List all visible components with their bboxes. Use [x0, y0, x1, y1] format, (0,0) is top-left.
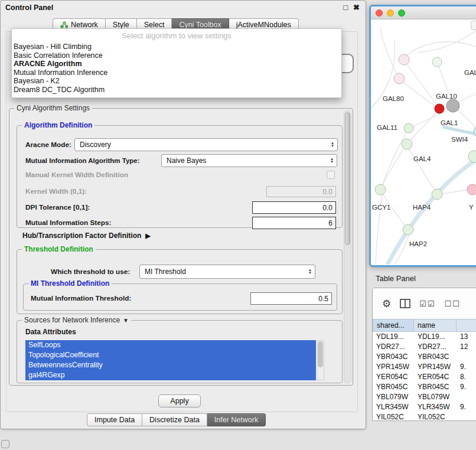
settings-scrollbar-thumb[interactable] [345, 112, 350, 245]
close-traffic-light[interactable] [376, 9, 383, 17]
network-canvas[interactable]: GAL GAL80 GAL10 GAL11 GAL1 SWI4 GAL4 GCY… [371, 19, 476, 265]
table-cell[interactable]: 9. [457, 362, 476, 372]
select-all-icon[interactable]: ☑☑ [419, 299, 435, 308]
algorithm-option-basic-correlation[interactable]: Basic Correlation Inference [12, 51, 341, 60]
column-header-shared[interactable]: shared... [373, 319, 414, 332]
table-row[interactable]: YIL052C YIL052C [373, 412, 476, 421]
table-cell[interactable]: YDL19... [373, 332, 414, 342]
algorithm-option-bayesian-hill-climbing[interactable]: Bayesian - Hill Climbing [12, 43, 341, 51]
control-panel-window: Control Panel □ ✖ Network Style Select C [0, 0, 366, 429]
threshold-definition-group: Threshold Definition Which threshold to … [17, 249, 343, 314]
table-cell[interactable]: 13 [457, 332, 476, 342]
table-cell[interactable]: YBR045C [373, 382, 414, 392]
table-toolbar: ⚙ ☑☑ ☐☐ [373, 288, 476, 319]
kernel-width-input [266, 186, 336, 197]
attribute-item-gal4rgexp[interactable]: gal4RGexp [25, 370, 316, 380]
table-cell[interactable]: YIL052C [373, 412, 414, 421]
table-cell[interactable]: YBR043C [414, 352, 457, 362]
network-node[interactable] [468, 151, 476, 162]
mi-threshold-input[interactable] [250, 292, 332, 305]
table-panel-window: ⚙ ☑☑ ☐☐ shared... name YDL19... YDL19...… [372, 288, 476, 421]
table-cell[interactable]: YDR27... [414, 342, 457, 352]
algorithm-option-aracne[interactable]: ARACNE Algorithm [12, 60, 341, 69]
hub-definition-toggle[interactable]: Hub/Transcription Factor Definition ▶ [22, 230, 151, 241]
mi-steps-input[interactable] [252, 217, 336, 229]
table-cell[interactable]: YPR145W [414, 362, 457, 372]
table-cell[interactable]: YER054C [373, 372, 414, 382]
table-row[interactable]: YBR043C YBR043C [373, 352, 476, 362]
table-cell[interactable] [457, 412, 476, 421]
table-cell[interactable]: 9. [457, 382, 476, 392]
table-row[interactable]: YER054C YER054C 8. [373, 372, 476, 382]
tab-impute-data[interactable]: Impute Data [87, 413, 142, 426]
algorithm-option-mutual-information[interactable]: Mutual Information Inference [12, 69, 341, 77]
table-cell[interactable]: YER054C [414, 372, 457, 382]
network-node[interactable] [432, 189, 442, 200]
network-node[interactable] [399, 54, 409, 65]
table-row[interactable]: YDR27... YDR27... 12 [373, 342, 476, 352]
deselect-all-icon[interactable]: ☐☐ [445, 299, 461, 308]
table-row[interactable]: YDL19... YDL19... 13 [373, 332, 476, 342]
table-cell[interactable]: YIL052C [414, 412, 457, 421]
sources-title-text[interactable]: Sources for Network Inference [24, 316, 120, 324]
network-node[interactable] [432, 57, 442, 67]
table-cell[interactable]: YBR045C [414, 382, 457, 392]
network-node[interactable] [394, 73, 405, 84]
columns-icon[interactable] [400, 299, 410, 308]
apply-button[interactable]: Apply [158, 394, 201, 407]
attribute-item-topologicalcoefficient[interactable]: TopologicalCoefficient [25, 350, 316, 360]
float-window-icon[interactable]: □ [343, 3, 348, 12]
close-window-icon[interactable]: ✖ [353, 3, 360, 12]
network-node[interactable] [474, 126, 476, 138]
tab-discretize-data[interactable]: Discretize Data [142, 413, 207, 426]
mi-threshold-label: Mutual Information Threshold: [31, 292, 131, 305]
table-cell[interactable]: YBR043C [373, 352, 414, 362]
table-cell[interactable] [457, 392, 476, 402]
minimize-traffic-light[interactable] [387, 9, 394, 17]
network-node-pink[interactable] [467, 184, 476, 195]
collapsed-panel-icon[interactable] [1, 440, 9, 448]
table-cell[interactable]: YLR345W [414, 402, 457, 412]
algorithm-option-bayesian-k2[interactable]: Bayesian - K2 [12, 77, 341, 86]
table-cell[interactable]: 8. [457, 372, 476, 382]
attribute-item-betweennesscentrality[interactable]: BetweennessCentrality [25, 360, 316, 370]
table-row[interactable]: YPR145W YPR145W 9. [373, 362, 476, 372]
control-panel-titlebar: Control Panel □ ✖ [1, 1, 366, 15]
table-row[interactable]: YBL079W YBL079W [373, 392, 476, 402]
gear-icon[interactable]: ⚙ [382, 298, 391, 310]
table-cell[interactable]: YPR145W [373, 362, 414, 372]
network-node[interactable] [375, 184, 386, 195]
tab-infer-network[interactable]: Infer Network [207, 413, 266, 426]
table-cell[interactable]: 12 [457, 342, 476, 352]
network-node[interactable] [402, 139, 412, 149]
table-cell[interactable]: 9. [457, 402, 476, 412]
table-cell[interactable]: YLR345W [373, 402, 414, 412]
zoom-traffic-light[interactable] [398, 9, 405, 17]
table-row[interactable]: YBR045C YBR045C 9. [373, 382, 476, 392]
data-attributes-list: SelfLoops TopologicalCoefficient Between… [25, 340, 324, 380]
canvas-corner-button[interactable] [471, 21, 476, 30]
table-cell[interactable]: YDR27... [373, 342, 414, 352]
network-node[interactable] [403, 224, 413, 235]
table-cell[interactable]: YBL079W [373, 392, 414, 402]
network-edge[interactable] [387, 142, 476, 265]
column-header-extra[interactable] [457, 319, 476, 332]
node-label: GAL1 [441, 119, 458, 126]
attribute-item-selfloops[interactable]: SelfLoops [25, 340, 316, 350]
algorithm-option-dream8[interactable]: Dream8 DC_TDC Algorithm [12, 86, 341, 94]
aracne-mode-select[interactable]: Discovery ▲▼ [74, 138, 338, 151]
column-header-name[interactable]: name [414, 319, 457, 332]
table-row[interactable]: YLR345W YLR345W 9. [373, 402, 476, 412]
mi-type-select[interactable]: Naive Bayes ▲▼ [161, 154, 337, 167]
network-node[interactable] [404, 123, 413, 133]
which-threshold-select[interactable]: MI Threshold ▲▼ [139, 265, 315, 279]
network-node-gray[interactable] [446, 99, 459, 112]
network-node-selected-red[interactable] [435, 104, 444, 113]
dpi-tolerance-input[interactable] [252, 201, 336, 214]
settings-scrollbar[interactable] [344, 110, 351, 383]
table-cell[interactable]: YBL079W [414, 392, 457, 402]
table-cell[interactable] [457, 352, 476, 362]
attributes-scrollbar-thumb[interactable] [318, 341, 323, 367]
table-cell[interactable]: YDL19... [414, 332, 457, 342]
attributes-scrollbar[interactable] [317, 340, 324, 380]
